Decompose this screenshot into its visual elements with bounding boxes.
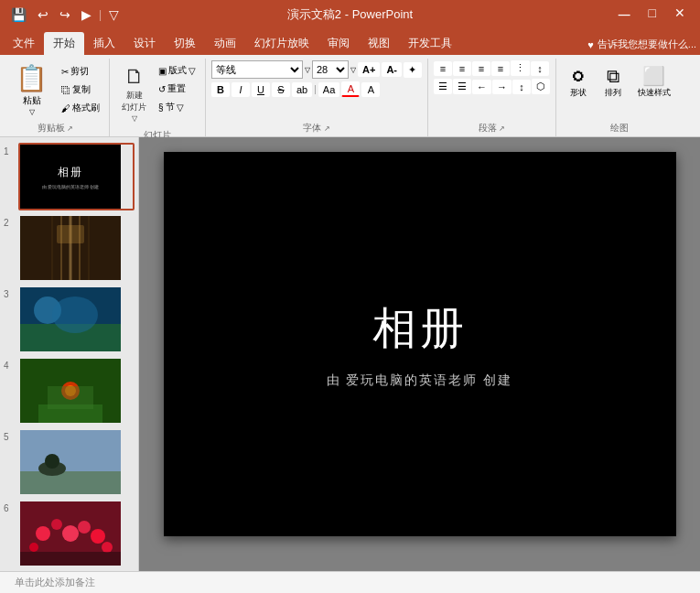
clipboard-small-buttons: ✂ 剪切 ⿻ 复制 🖌 格式刷 xyxy=(58,60,103,119)
slide-thumbnail-5[interactable] xyxy=(18,428,135,496)
italic-button[interactable]: I xyxy=(232,82,250,97)
customize-button[interactable]: ▽ xyxy=(105,5,123,24)
shapes-button[interactable]: ⭘ 形状 xyxy=(562,60,595,103)
numbering-button[interactable]: ☰ xyxy=(453,79,471,94)
char-spacing-button[interactable]: Aa xyxy=(318,82,339,97)
present-button[interactable]: ▶ xyxy=(78,5,95,24)
slide-thumbnail-4[interactable] xyxy=(18,357,135,425)
copy-button[interactable]: ⿻ 复制 xyxy=(58,81,103,98)
text-direction-button[interactable]: ↕ xyxy=(531,61,549,76)
font-size-select[interactable]: 28 xyxy=(312,60,349,79)
notes-bar[interactable]: 单击此处添加备注 xyxy=(0,571,700,593)
font-color-button[interactable]: A xyxy=(341,81,360,97)
shapes-icon: ⭘ xyxy=(569,66,587,87)
clipboard-expand-icon[interactable]: ↗ xyxy=(67,124,73,133)
strikethrough-button[interactable]: S xyxy=(272,82,290,97)
new-slide-dropdown[interactable]: ▽ xyxy=(132,114,137,123)
font-increase-button[interactable]: A+ xyxy=(358,62,380,77)
drawing-controls: ⭘ 形状 ⧉ 排列 ⬜ 快速样式 xyxy=(562,60,677,120)
quick-styles-button[interactable]: ⬜ 快速样式 xyxy=(631,60,677,103)
ribbon-tabs: 文件 开始 插入 设计 切换 动画 幻灯片放映 审阅 视图 开发工具 ♥ 告诉我… xyxy=(0,29,700,55)
ribbon-group-drawing: ⭘ 形状 ⧉ 排列 ⬜ 快速样式 绘图 xyxy=(556,59,683,136)
column-button[interactable]: ⋮ xyxy=(511,60,530,76)
indent-increase-button[interactable]: → xyxy=(492,80,512,94)
reset-icon: ↺ xyxy=(158,84,166,94)
tab-transitions[interactable]: 切换 xyxy=(165,32,205,55)
slide-image-6 xyxy=(20,501,121,566)
section-dropdown-icon[interactable]: ▽ xyxy=(177,102,184,113)
convert-to-smartart-button[interactable]: ⬡ xyxy=(532,79,550,94)
undo-button[interactable]: ↩ xyxy=(34,5,52,24)
paragraph-expand-icon[interactable]: ↗ xyxy=(499,124,505,133)
shadow-button[interactable]: ab xyxy=(292,82,312,97)
help-search[interactable]: ♥ 告诉我您想要做什么... xyxy=(587,38,696,55)
tab-design[interactable]: 设计 xyxy=(124,32,165,55)
tab-file[interactable]: 文件 xyxy=(4,32,44,55)
font-decrease-button[interactable]: A- xyxy=(382,62,402,77)
close-button[interactable]: ✕ xyxy=(667,5,693,25)
tab-view[interactable]: 视图 xyxy=(359,32,399,55)
main-area: 1 相册 由 爱玩电脑的英语老师 创建 2 xyxy=(0,137,700,571)
new-slide-button[interactable]: 🗋 新建幻灯片 ▽ xyxy=(115,60,153,127)
minimize-button[interactable]: ─ xyxy=(611,5,638,25)
align-left-button[interactable]: ≡ xyxy=(434,61,452,76)
clear-format-button[interactable]: ✦ xyxy=(404,62,422,78)
redo-button[interactable]: ↪ xyxy=(56,5,74,24)
font-expand-icon[interactable]: ↗ xyxy=(324,124,330,133)
paste-button[interactable]: 📋 粘贴 ▽ xyxy=(7,60,56,119)
tab-slideshow[interactable]: 幻灯片放映 xyxy=(245,32,318,55)
copy-icon: ⿻ xyxy=(61,85,70,95)
paste-dropdown[interactable]: ▽ xyxy=(29,108,35,116)
svg-point-22 xyxy=(51,519,62,530)
bullets-button[interactable]: ☰ xyxy=(434,79,452,94)
bold-button[interactable]: B xyxy=(211,82,230,97)
tab-home[interactable]: 开始 xyxy=(44,32,84,55)
section-button[interactable]: § 节 ▽ xyxy=(155,99,199,115)
tab-developer[interactable]: 开发工具 xyxy=(399,32,461,55)
align-right-button[interactable]: ≡ xyxy=(472,61,490,76)
reset-label: 重置 xyxy=(167,82,186,95)
tab-animations[interactable]: 动画 xyxy=(205,32,245,55)
slide-thumb-6[interactable]: 6 xyxy=(4,500,135,567)
slide-number-6: 6 xyxy=(4,503,15,513)
slide-thumb-2[interactable]: 2 xyxy=(4,214,135,282)
slide-image-5 xyxy=(20,430,121,494)
svg-point-27 xyxy=(102,542,113,553)
line-spacing-button[interactable]: ↕ xyxy=(512,80,531,94)
slide-thumbnail-2[interactable] xyxy=(18,214,135,282)
justify-button[interactable]: ≡ xyxy=(491,61,510,76)
ribbon-group-slides: 🗋 新建幻灯片 ▽ ▣ 版式 ▽ ↺ 重置 § 节 ▽ xyxy=(110,59,206,136)
quick-access-toolbar[interactable]: 💾 ↩ ↪ ▶ | ▽ xyxy=(7,5,123,24)
slide-image-2 xyxy=(20,216,121,280)
slide-thumbnail-1[interactable]: 相册 由 爱玩电脑的英语老师 创建 xyxy=(18,143,135,210)
slide-thumbnail-6[interactable] xyxy=(18,500,135,567)
slide-panel[interactable]: 1 相册 由 爱玩电脑的英语老师 创建 2 xyxy=(0,137,139,571)
arrange-button[interactable]: ⧉ 排列 xyxy=(597,60,630,103)
font-separator: | xyxy=(314,84,317,94)
indent-decrease-button[interactable]: ← xyxy=(472,80,491,94)
font-name-select[interactable]: 等线 xyxy=(211,60,303,79)
tab-review[interactable]: 审阅 xyxy=(318,32,359,55)
font-controls: 等线 ▽ 28 ▽ A+ A- ✦ B I U S ab xyxy=(211,60,422,120)
slide-canvas[interactable]: 相册 由 爱玩电脑的英语老师 创建 xyxy=(164,152,676,536)
save-button[interactable]: 💾 xyxy=(7,5,30,24)
format-painter-button[interactable]: 🖌 格式刷 xyxy=(58,100,103,116)
slide-thumb-3[interactable]: 3 xyxy=(4,286,135,353)
cut-button[interactable]: ✂ 剪切 xyxy=(58,63,103,80)
layout-dropdown-icon[interactable]: ▽ xyxy=(188,66,196,76)
reset-button[interactable]: ↺ 重置 xyxy=(155,81,199,97)
underline-button[interactable]: U xyxy=(252,82,270,97)
slide-thumb-4[interactable]: 4 xyxy=(4,357,135,425)
maximize-button[interactable]: □ xyxy=(641,5,663,25)
layout-button[interactable]: ▣ 版式 ▽ xyxy=(155,62,199,79)
title-bar: 💾 ↩ ↪ ▶ | ▽ 演示文稿2 - PowerPoint ─ □ ✕ xyxy=(0,0,700,29)
canvas-area[interactable]: 相册 由 爱玩电脑的英语老师 创建 xyxy=(139,137,700,571)
ribbon-group-font: 等线 ▽ 28 ▽ A+ A- ✦ B I U S ab xyxy=(206,59,428,136)
tab-insert[interactable]: 插入 xyxy=(84,32,124,55)
slide-thumb-5[interactable]: 5 xyxy=(4,428,135,496)
slide-thumb-1[interactable]: 1 相册 由 爱玩电脑的英语老师 创建 xyxy=(4,143,135,210)
slide-thumbnail-3[interactable] xyxy=(18,286,135,353)
align-center-button[interactable]: ≡ xyxy=(453,61,471,76)
window-controls[interactable]: ─ □ ✕ xyxy=(611,5,693,25)
text-highlight-button[interactable]: A xyxy=(361,82,380,97)
